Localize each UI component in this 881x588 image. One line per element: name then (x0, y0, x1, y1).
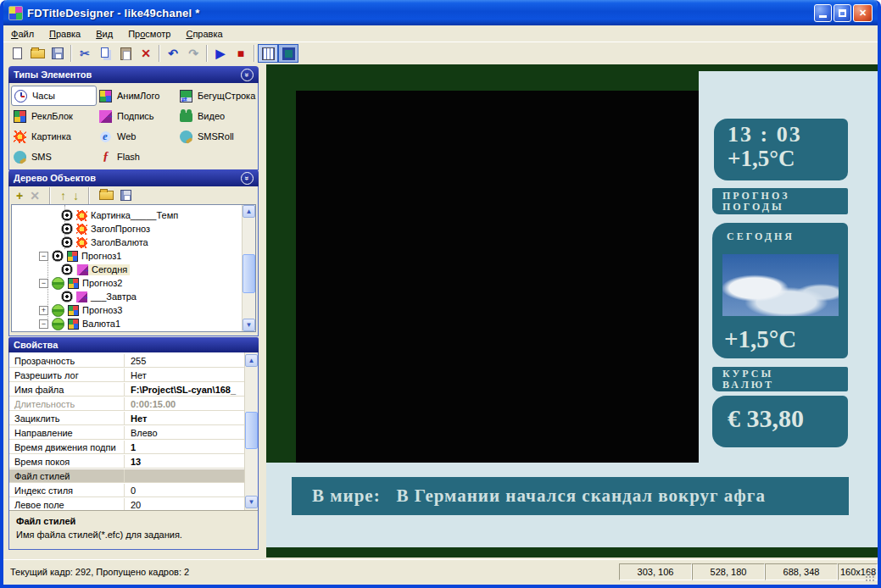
element-type-video[interactable]: Видео (177, 106, 258, 126)
paste-button[interactable] (115, 44, 136, 63)
image-sun-icon (14, 130, 26, 143)
menu-preview[interactable]: Просмотр (120, 27, 178, 41)
menu-help[interactable]: Справка (178, 27, 230, 41)
main-toolbar: ✂ ✕ ↶ ↷ ▶ ■ (3, 42, 878, 64)
visibility-hidden-icon[interactable] (52, 304, 64, 317)
open-button[interactable] (27, 44, 47, 63)
tree-item[interactable]: +Прогноз3 (12, 303, 122, 317)
element-type-clock[interactable]: Часы (11, 86, 97, 106)
element-type-adblock[interactable]: РеклБлок (11, 106, 97, 126)
forecast-header-widget[interactable]: ПРОГНОЗ ПОГОДЫ (712, 188, 848, 214)
tree-load-button[interactable] (99, 191, 114, 200)
grid-icon (262, 47, 275, 60)
element-type-caption[interactable]: Подпись (97, 106, 177, 126)
collapse-chevron-icon[interactable]: » (241, 69, 254, 81)
scroll-down-button[interactable]: ▼ (243, 319, 255, 331)
redo-button[interactable]: ↷ (183, 44, 204, 63)
visibility-eye-icon[interactable] (61, 263, 73, 275)
scroll-up-button[interactable]: ▲ (243, 205, 255, 218)
element-type-flash[interactable]: Flash (97, 147, 177, 167)
currency-rate-widget[interactable]: € 33,80 (712, 396, 848, 447)
property-row[interactable]: ЗациклитьНет (9, 412, 245, 425)
scroll-up-button[interactable]: ▲ (245, 354, 258, 367)
property-row[interactable]: Разрешить логНет (9, 369, 245, 382)
property-row-selected[interactable]: Файл стилей (9, 469, 245, 483)
copy-button[interactable] (95, 44, 115, 63)
element-type-image[interactable]: Картинка (11, 126, 97, 147)
visibility-eye-icon[interactable] (61, 223, 73, 235)
property-row[interactable]: Левое поле20 (9, 498, 245, 510)
element-type-smsroll[interactable]: SMSRoll (177, 126, 258, 147)
visibility-eye-icon[interactable] (61, 236, 73, 248)
resize-grip[interactable] (865, 572, 876, 583)
visibility-eye-icon[interactable] (61, 209, 73, 221)
collapse-chevron-icon[interactable]: » (241, 172, 254, 185)
tree-save-button[interactable] (120, 190, 131, 201)
visibility-eye-icon[interactable] (52, 250, 64, 262)
element-type-sms[interactable]: SMS (11, 147, 97, 167)
scroll-down-button[interactable]: ▼ (245, 496, 258, 508)
minimize-button[interactable] (814, 4, 832, 22)
visibility-eye-icon[interactable] (61, 291, 73, 302)
menu-edit[interactable]: Правка (42, 27, 88, 41)
property-row[interactable]: Время покоя13 (9, 455, 245, 469)
collapse-expander[interactable]: − (39, 252, 48, 261)
stop-button[interactable]: ■ (231, 44, 251, 63)
element-type-animlogo[interactable]: АнимЛого (97, 86, 177, 106)
maximize-icon (839, 9, 846, 17)
cut-button[interactable]: ✂ (75, 44, 95, 63)
save-button[interactable] (47, 44, 68, 63)
property-row[interactable]: Прозрачность255 (9, 354, 245, 368)
maximize-button[interactable] (834, 4, 851, 22)
visibility-hidden-icon[interactable] (52, 318, 64, 330)
close-button[interactable]: ✕ (853, 4, 873, 22)
caption-icon (76, 291, 87, 302)
tree-item[interactable]: −Прогноз1 (12, 249, 121, 263)
today-forecast-widget[interactable]: СЕГОДНЯ +1,5°C (712, 223, 848, 358)
video-camera-icon (180, 113, 192, 122)
property-row[interactable]: Время движения подпи1 (9, 441, 245, 454)
element-type-ticker[interactable]: БегущСтрока (177, 86, 258, 106)
object-tree[interactable]: Картинка_____Темп ЗаголПрогноз ЗаголВалю… (11, 204, 256, 332)
new-button[interactable] (7, 44, 27, 63)
expand-expander[interactable]: + (39, 306, 48, 315)
tree-item-selected[interactable]: Сегодня (12, 263, 130, 276)
properties-scrollbar[interactable]: ▲ ▼ (244, 352, 258, 510)
menu-file[interactable]: Файл (3, 27, 42, 41)
tree-move-up-button[interactable]: ↑ (60, 189, 66, 202)
property-row[interactable]: НаправлениеВлево (9, 426, 245, 440)
currency-header-widget[interactable]: КУРСЫ ВАЛЮТ (712, 367, 848, 391)
news-ticker-widget[interactable]: В мире: В Германии начался скандал вокру… (292, 477, 849, 515)
clock-widget[interactable]: 13 : 03 +1,5°C (714, 119, 848, 180)
video-window[interactable] (296, 91, 699, 463)
collapse-expander[interactable]: − (39, 279, 48, 288)
property-row[interactable]: Индекс стиля0 (9, 484, 245, 497)
property-row[interactable]: Имя файлаF:\Project\SL-cyan\168_ (9, 383, 245, 397)
grid-toggle-button[interactable] (258, 44, 278, 63)
design-canvas[interactable]: 13 : 03 +1,5°C ПРОГНОЗ ПОГОДЫ СЕГОДНЯ +1… (266, 64, 878, 557)
play-button[interactable]: ▶ (210, 44, 231, 63)
collapse-expander[interactable]: − (39, 319, 48, 329)
clock-temperature: +1,5°C (728, 146, 848, 172)
tree-add-button[interactable]: + (16, 189, 23, 202)
title-bar[interactable]: FDTitleDesigner - like49chanel * (0, 0, 881, 25)
scroll-thumb[interactable] (245, 412, 258, 449)
property-description-title: Файл стилей (16, 516, 251, 526)
tree-move-down-button[interactable]: ↓ (73, 189, 79, 202)
save-floppy-icon (52, 47, 64, 59)
tree-item[interactable]: −Валюта1 (12, 317, 120, 330)
menu-view[interactable]: Вид (88, 27, 120, 41)
tree-delete-button[interactable]: ✕ (30, 189, 40, 202)
delete-button[interactable]: ✕ (136, 44, 156, 63)
tree-item[interactable]: ЗаголВалюта (12, 236, 148, 249)
tree-item[interactable]: ЗаголПрогноз (12, 222, 150, 236)
canvas-color-button[interactable] (278, 44, 298, 63)
undo-button[interactable]: ↶ (163, 44, 183, 63)
element-type-web[interactable]: Web (97, 126, 177, 147)
tree-item[interactable]: Картинка_____Темп (12, 208, 178, 222)
tree-scrollbar[interactable]: ▲ ▼ (242, 205, 255, 331)
tree-item[interactable]: −Прогноз2 (12, 276, 122, 290)
scroll-thumb[interactable] (243, 254, 255, 293)
tree-item[interactable]: ___Завтра (12, 290, 137, 303)
visibility-hidden-icon[interactable] (52, 277, 64, 290)
